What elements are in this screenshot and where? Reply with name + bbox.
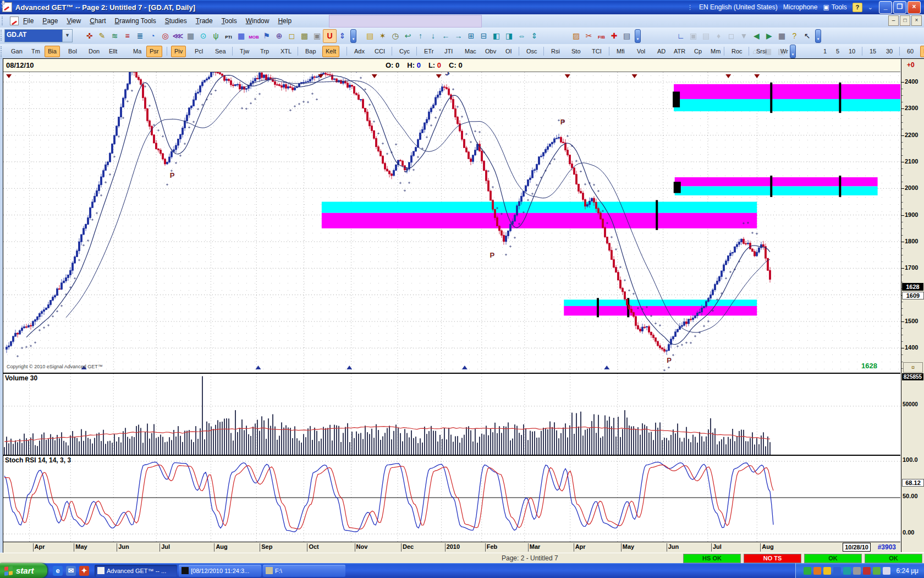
zoom-icon[interactable]: ⊕ [272, 29, 286, 43]
microphone-button[interactable]: Microphone [783, 3, 818, 11]
menu-grip[interactable] [2, 17, 6, 25]
study-button-cp[interactable]: Cp [691, 46, 705, 57]
timeframe-button-d[interactable]: D [920, 46, 924, 57]
volume-pane[interactable]: Volume 30 [3, 373, 900, 455]
study-button-don[interactable]: Don [85, 46, 103, 57]
new-page-icon[interactable]: ◻ [724, 29, 738, 43]
print-icon[interactable]: ▦ [775, 29, 789, 43]
menu-file[interactable]: File [19, 15, 38, 26]
price-axis[interactable]: +0 2400230022002100200019001800170016001… [901, 59, 924, 552]
add-pane-icon[interactable]: ⊞ [464, 29, 478, 43]
price-chart-canvas[interactable]: PPPPJJ [3, 72, 900, 372]
menu-studies[interactable]: Studies [161, 15, 191, 26]
bullseye-icon[interactable]: ◎ [158, 29, 172, 43]
gann-lines-icon[interactable]: ≣ [133, 29, 147, 43]
language-bar-options[interactable]: ⌄ [868, 4, 873, 11]
mob-icon[interactable]: MOB [247, 29, 261, 43]
study-button-ellt[interactable]: Ellt [106, 46, 120, 57]
context-help-icon[interactable]: ↖ [800, 29, 814, 43]
study-button-sto[interactable]: Sto [568, 46, 584, 57]
stoch-rsi-pane[interactable]: Stoch RSI 14, 14, 3, 3 [3, 455, 900, 542]
language-tools-button[interactable]: ▣ Tools [823, 3, 846, 11]
blue-grid-icon[interactable]: ▦ [234, 29, 248, 43]
prev-page-icon[interactable]: ◀ [750, 29, 763, 43]
price-pane[interactable]: Copyright © 2010 eSignal Advanced GET™ 1… [3, 72, 900, 372]
copy-page-icon[interactable]: ▣ [310, 29, 324, 43]
time-clock-icon[interactable]: ◔ [146, 29, 160, 43]
tile-vertical-icon[interactable]: ◨ [502, 29, 516, 43]
menu-view[interactable]: View [62, 15, 85, 26]
ie-icon[interactable]: e [53, 566, 63, 576]
pencil-icon[interactable]: ✎ [95, 29, 109, 43]
expand-tool-icon[interactable]: ✜ [82, 29, 96, 43]
tray-icon-6[interactable] [853, 567, 861, 575]
restore-button[interactable]: ❐ [893, 1, 906, 14]
study-button-bia[interactable]: Bia [45, 46, 60, 57]
scale-button[interactable]: ¤ [903, 362, 923, 373]
taskbar-clock[interactable]: 6:24 μμ [896, 567, 919, 575]
task-button-2[interactable]: [08/12/2010 11:24:3... [179, 565, 261, 577]
volume-canvas[interactable] [3, 374, 900, 455]
study-button-cci[interactable]: CCI [371, 46, 388, 57]
study-button-vol[interactable]: Vol [634, 46, 648, 57]
mail-icon[interactable]: ▤ [774, 45, 788, 58]
language-indicator[interactable]: EN English (United States) [699, 3, 778, 11]
red-cross-icon[interactable]: ✚ [607, 29, 621, 43]
study-button-pcl[interactable]: Pcl [191, 46, 206, 57]
language-help-button[interactable]: ? [853, 3, 862, 12]
timeframe-button-30[interactable]: 30 [883, 46, 896, 57]
study-button-sea[interactable]: Sea [212, 46, 229, 57]
magnet-u-icon[interactable]: U [323, 29, 337, 43]
tile-horizontal-icon[interactable]: ◧ [490, 29, 503, 43]
menu-window[interactable]: Window [241, 15, 274, 26]
expand-width-icon[interactable]: ⇔ [515, 29, 529, 43]
fibonacci-icon[interactable]: FIB [595, 29, 608, 43]
pti-icon[interactable]: PTI [222, 29, 235, 43]
mdi-restore-button[interactable]: □ [900, 15, 910, 26]
study-button-etr[interactable]: ETr [421, 46, 437, 57]
messenger-icon[interactable]: ✦ [79, 566, 89, 576]
tray-icon-4[interactable] [833, 567, 841, 575]
open-folder-icon[interactable]: ▤ [363, 29, 377, 43]
outlook-icon[interactable]: ✉ [66, 566, 76, 576]
menu-chart[interactable]: Chart [85, 15, 110, 26]
alarm-clock-icon[interactable]: ◷ [388, 29, 402, 43]
timeframe-button-15[interactable]: 15 [866, 46, 879, 57]
save-page-icon[interactable]: ▼ [737, 29, 751, 43]
timeframe-button-1[interactable]: 1 [820, 46, 830, 57]
regression-lines-icon[interactable]: ≋ [108, 29, 122, 43]
study-button-rsi[interactable]: Rsi [548, 46, 563, 57]
fan-lines-icon[interactable]: ⋘ [171, 29, 185, 43]
study-button-piv[interactable]: Piv [171, 46, 186, 57]
toolbar-scroll-handle[interactable]: ▾ [790, 45, 796, 58]
step-chart-icon[interactable]: ∟ [674, 29, 688, 43]
minimize-button[interactable]: _ [879, 1, 892, 14]
study-button-tm[interactable]: Tm [28, 46, 43, 57]
pattern-box-icon[interactable]: ▨ [569, 29, 583, 43]
tray-icon-3[interactable] [823, 567, 831, 575]
mdi-minimize-button[interactable]: – [888, 15, 899, 26]
tray-icon-5[interactable] [843, 567, 851, 575]
timeframe-button-10[interactable]: 10 [845, 46, 859, 57]
symbol-combobox[interactable]: GD.AT ▼ [4, 29, 73, 42]
task-button-1[interactable]: Advanced GET™ -- ... [95, 565, 177, 577]
study-button-obv[interactable]: Obv [482, 46, 499, 57]
parallel-lines-icon[interactable]: ≡ [120, 29, 134, 43]
study-button-osc[interactable]: Osc [523, 46, 541, 57]
bee-icon[interactable]: ✶ [376, 29, 389, 43]
data-icon[interactable]: ▦ [761, 45, 775, 58]
price-tag-icon[interactable]: ◻ [285, 29, 299, 43]
split-view-icon[interactable]: ⇕ [336, 29, 349, 43]
language-bar-grip[interactable]: ⋮ [687, 4, 694, 11]
toolbar-grip[interactable] [1, 30, 4, 41]
mdi-close-button[interactable]: × [911, 15, 922, 26]
toolbar-scroll-handle[interactable]: ▾ [815, 29, 821, 43]
folder-gray-icon[interactable]: ▤ [699, 29, 713, 43]
study-button-psr[interactable]: Psr [146, 46, 162, 57]
symbol-dropdown-button[interactable]: ▼ [62, 30, 72, 42]
study-button-bol[interactable]: Bol [65, 46, 80, 57]
symbol-input[interactable]: GD.AT [5, 30, 62, 42]
lines-cut-icon[interactable]: ✂ [582, 29, 596, 43]
study-button-mm[interactable]: Mm [707, 46, 724, 57]
menu-page[interactable]: Page [38, 15, 62, 26]
